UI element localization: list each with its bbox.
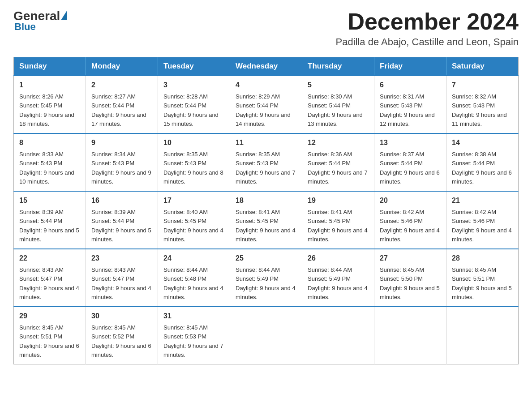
logo-blue-text: Blue bbox=[14, 21, 36, 33]
day-info: Sunrise: 8:45 AMSunset: 5:51 PMDaylight:… bbox=[19, 324, 79, 358]
day-info: Sunrise: 8:41 AMSunset: 5:45 PMDaylight:… bbox=[308, 209, 368, 243]
column-header-tuesday: Tuesday bbox=[158, 57, 230, 76]
day-info: Sunrise: 8:41 AMSunset: 5:45 PMDaylight:… bbox=[236, 209, 296, 243]
calendar-cell: 17 Sunrise: 8:40 AMSunset: 5:45 PMDaylig… bbox=[158, 191, 230, 249]
day-info: Sunrise: 8:45 AMSunset: 5:53 PMDaylight:… bbox=[163, 324, 223, 358]
calendar-cell bbox=[374, 307, 446, 364]
day-info: Sunrise: 8:32 AMSunset: 5:43 PMDaylight:… bbox=[452, 93, 507, 127]
calendar-week-row: 8 Sunrise: 8:33 AMSunset: 5:43 PMDayligh… bbox=[14, 133, 519, 191]
day-number: 28 bbox=[452, 253, 513, 264]
day-info: Sunrise: 8:33 AMSunset: 5:43 PMDaylight:… bbox=[19, 151, 74, 185]
day-number: 2 bbox=[91, 80, 152, 90]
day-number: 4 bbox=[236, 80, 296, 90]
calendar-cell: 7 Sunrise: 8:32 AMSunset: 5:43 PMDayligh… bbox=[446, 76, 519, 133]
calendar-cell: 4 Sunrise: 8:29 AMSunset: 5:44 PMDayligh… bbox=[230, 76, 302, 133]
location-title: Padilla de Abajo, Castille and Leon, Spa… bbox=[335, 36, 519, 48]
day-info: Sunrise: 8:37 AMSunset: 5:44 PMDaylight:… bbox=[380, 151, 440, 185]
day-info: Sunrise: 8:44 AMSunset: 5:49 PMDaylight:… bbox=[236, 266, 296, 300]
calendar-cell: 10 Sunrise: 8:35 AMSunset: 5:43 PMDaylig… bbox=[158, 133, 230, 191]
calendar-cell: 26 Sunrise: 8:44 AMSunset: 5:49 PMDaylig… bbox=[302, 249, 374, 307]
day-info: Sunrise: 8:42 AMSunset: 5:46 PMDaylight:… bbox=[380, 209, 440, 243]
calendar-cell: 8 Sunrise: 8:33 AMSunset: 5:43 PMDayligh… bbox=[14, 133, 86, 191]
calendar-cell: 18 Sunrise: 8:41 AMSunset: 5:45 PMDaylig… bbox=[230, 191, 302, 249]
day-number: 14 bbox=[452, 137, 513, 148]
day-info: Sunrise: 8:43 AMSunset: 5:47 PMDaylight:… bbox=[91, 266, 151, 300]
day-info: Sunrise: 8:44 AMSunset: 5:49 PMDaylight:… bbox=[308, 266, 368, 300]
day-number: 25 bbox=[236, 253, 296, 264]
day-info: Sunrise: 8:43 AMSunset: 5:47 PMDaylight:… bbox=[19, 266, 79, 300]
calendar-week-row: 22 Sunrise: 8:43 AMSunset: 5:47 PMDaylig… bbox=[14, 249, 519, 307]
calendar-cell: 6 Sunrise: 8:31 AMSunset: 5:43 PMDayligh… bbox=[374, 76, 446, 133]
calendar-cell: 13 Sunrise: 8:37 AMSunset: 5:44 PMDaylig… bbox=[374, 133, 446, 191]
calendar-cell: 27 Sunrise: 8:45 AMSunset: 5:50 PMDaylig… bbox=[374, 249, 446, 307]
page-header: General Blue December 2024 Padilla de Ab… bbox=[13, 9, 519, 48]
column-header-sunday: Sunday bbox=[14, 57, 86, 76]
calendar-cell bbox=[302, 307, 374, 364]
day-info: Sunrise: 8:39 AMSunset: 5:44 PMDaylight:… bbox=[19, 209, 79, 243]
day-info: Sunrise: 8:42 AMSunset: 5:46 PMDaylight:… bbox=[452, 209, 512, 243]
day-info: Sunrise: 8:38 AMSunset: 5:44 PMDaylight:… bbox=[452, 151, 512, 185]
column-header-wednesday: Wednesday bbox=[230, 57, 302, 76]
calendar-cell: 25 Sunrise: 8:44 AMSunset: 5:49 PMDaylig… bbox=[230, 249, 302, 307]
calendar-table: SundayMondayTuesdayWednesdayThursdayFrid… bbox=[13, 57, 519, 364]
day-info: Sunrise: 8:45 AMSunset: 5:50 PMDaylight:… bbox=[380, 266, 440, 300]
day-number: 11 bbox=[236, 137, 296, 148]
day-number: 10 bbox=[163, 137, 224, 148]
day-number: 7 bbox=[452, 80, 513, 90]
day-number: 6 bbox=[380, 80, 441, 90]
calendar-week-row: 29 Sunrise: 8:45 AMSunset: 5:51 PMDaylig… bbox=[14, 307, 519, 364]
day-number: 26 bbox=[308, 253, 369, 264]
day-number: 9 bbox=[91, 137, 152, 148]
day-info: Sunrise: 8:28 AMSunset: 5:44 PMDaylight:… bbox=[163, 93, 219, 127]
calendar-header-row: SundayMondayTuesdayWednesdayThursdayFrid… bbox=[14, 57, 519, 76]
day-number: 13 bbox=[380, 137, 441, 148]
calendar-cell: 20 Sunrise: 8:42 AMSunset: 5:46 PMDaylig… bbox=[374, 191, 446, 249]
column-header-monday: Monday bbox=[86, 57, 158, 76]
calendar-cell: 23 Sunrise: 8:43 AMSunset: 5:47 PMDaylig… bbox=[86, 249, 158, 307]
day-number: 8 bbox=[19, 137, 80, 148]
calendar-cell: 5 Sunrise: 8:30 AMSunset: 5:44 PMDayligh… bbox=[302, 76, 374, 133]
calendar-cell: 16 Sunrise: 8:39 AMSunset: 5:44 PMDaylig… bbox=[86, 191, 158, 249]
logo-triangle-icon bbox=[61, 10, 67, 20]
logo: General Blue bbox=[13, 9, 68, 33]
day-number: 30 bbox=[91, 311, 152, 321]
calendar-cell: 14 Sunrise: 8:38 AMSunset: 5:44 PMDaylig… bbox=[446, 133, 519, 191]
calendar-cell: 3 Sunrise: 8:28 AMSunset: 5:44 PMDayligh… bbox=[158, 76, 230, 133]
calendar-cell: 15 Sunrise: 8:39 AMSunset: 5:44 PMDaylig… bbox=[14, 191, 86, 249]
calendar-week-row: 1 Sunrise: 8:26 AMSunset: 5:45 PMDayligh… bbox=[14, 76, 519, 133]
day-number: 12 bbox=[308, 137, 369, 148]
day-info: Sunrise: 8:44 AMSunset: 5:48 PMDaylight:… bbox=[163, 266, 223, 300]
calendar-cell: 21 Sunrise: 8:42 AMSunset: 5:46 PMDaylig… bbox=[446, 191, 519, 249]
calendar-cell bbox=[446, 307, 519, 364]
calendar-cell: 11 Sunrise: 8:35 AMSunset: 5:43 PMDaylig… bbox=[230, 133, 302, 191]
day-info: Sunrise: 8:30 AMSunset: 5:44 PMDaylight:… bbox=[308, 93, 363, 127]
day-info: Sunrise: 8:45 AMSunset: 5:51 PMDaylight:… bbox=[452, 266, 512, 300]
day-number: 19 bbox=[308, 195, 369, 206]
day-number: 20 bbox=[380, 195, 441, 206]
day-number: 27 bbox=[380, 253, 441, 264]
day-number: 5 bbox=[308, 80, 369, 90]
day-number: 24 bbox=[163, 253, 224, 264]
title-block: December 2024 Padilla de Abajo, Castille… bbox=[335, 9, 519, 48]
day-number: 23 bbox=[91, 253, 152, 264]
day-info: Sunrise: 8:31 AMSunset: 5:43 PMDaylight:… bbox=[380, 93, 435, 127]
calendar-cell: 31 Sunrise: 8:45 AMSunset: 5:53 PMDaylig… bbox=[158, 307, 230, 364]
day-info: Sunrise: 8:27 AMSunset: 5:44 PMDaylight:… bbox=[91, 93, 146, 127]
calendar-cell: 12 Sunrise: 8:36 AMSunset: 5:44 PMDaylig… bbox=[302, 133, 374, 191]
column-header-thursday: Thursday bbox=[302, 57, 374, 76]
day-number: 3 bbox=[163, 80, 224, 90]
day-number: 22 bbox=[19, 253, 80, 264]
calendar-cell: 19 Sunrise: 8:41 AMSunset: 5:45 PMDaylig… bbox=[302, 191, 374, 249]
day-info: Sunrise: 8:29 AMSunset: 5:44 PMDaylight:… bbox=[236, 93, 291, 127]
day-info: Sunrise: 8:26 AMSunset: 5:45 PMDaylight:… bbox=[19, 93, 74, 127]
calendar-cell: 24 Sunrise: 8:44 AMSunset: 5:48 PMDaylig… bbox=[158, 249, 230, 307]
day-info: Sunrise: 8:35 AMSunset: 5:43 PMDaylight:… bbox=[163, 151, 223, 185]
calendar-cell: 9 Sunrise: 8:34 AMSunset: 5:43 PMDayligh… bbox=[86, 133, 158, 191]
day-number: 18 bbox=[236, 195, 296, 206]
day-number: 16 bbox=[91, 195, 152, 206]
day-number: 29 bbox=[19, 311, 80, 321]
day-info: Sunrise: 8:39 AMSunset: 5:44 PMDaylight:… bbox=[91, 209, 151, 243]
day-number: 17 bbox=[163, 195, 224, 206]
day-number: 21 bbox=[452, 195, 513, 206]
calendar-cell: 29 Sunrise: 8:45 AMSunset: 5:51 PMDaylig… bbox=[14, 307, 86, 364]
